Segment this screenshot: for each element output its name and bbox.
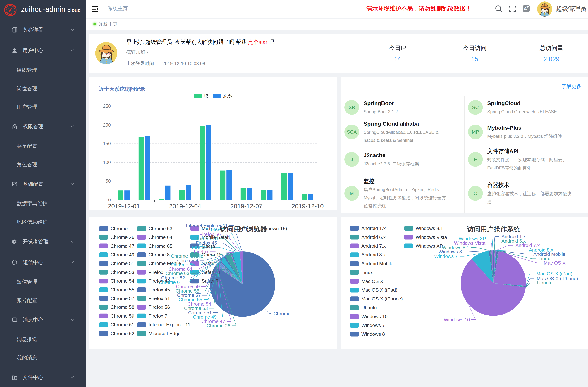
svg-text:Windows 8: Windows 8 (361, 331, 385, 337)
svg-text:150: 150 (103, 141, 111, 146)
svg-text:200: 200 (103, 122, 111, 127)
svg-text:Windows XP: Windows XP (416, 243, 443, 249)
svg-text:Android 6.x: Android 6.x (361, 234, 386, 240)
svg-text:Windows 8.1: Windows 8.1 (416, 225, 443, 231)
svg-text:Firefox 56: Firefox 56 (148, 304, 170, 310)
svg-text:Windows 7: Windows 7 (361, 323, 385, 328)
svg-text:Windows 10: Windows 10 (361, 314, 388, 319)
svg-text:Windows 7: Windows 7 (434, 253, 458, 259)
svg-text:Firefox 7: Firefox 7 (148, 313, 167, 319)
svg-text:50: 50 (105, 178, 111, 183)
svg-text:Chrome 58: Chrome 58 (110, 304, 134, 310)
svg-text:Chrome 54: Chrome 54 (110, 278, 134, 284)
svg-text:Mac OS X: Mac OS X (361, 279, 383, 284)
svg-text:Chrome 26: Chrome 26 (207, 323, 230, 328)
svg-text:Chrome: Chrome (110, 226, 127, 231)
svg-text:Windows Vista: Windows Vista (416, 234, 447, 240)
svg-text:您: 您 (204, 93, 209, 99)
svg-text:Ubuntu: Ubuntu (361, 305, 377, 310)
svg-text:Firefox: Firefox (148, 269, 163, 275)
svg-text:Chrome 63: Chrome 63 (148, 226, 172, 231)
svg-text:Chrome 26: Chrome 26 (110, 234, 134, 240)
svg-text:Chrome 59: Chrome 59 (110, 313, 134, 319)
svg-text:Z: Z (8, 6, 13, 14)
svg-text:Chrome 65: Chrome 65 (148, 243, 172, 249)
svg-text:文: 文 (526, 5, 529, 9)
svg-text:Chrome 64: Chrome 64 (148, 234, 172, 240)
svg-text:访问用户操作系统: 访问用户操作系统 (467, 225, 521, 233)
svg-text:Chrome: Chrome (273, 311, 291, 316)
svg-text:Chrome 62: Chrome 62 (110, 331, 134, 336)
svg-text:Chrome 49: Chrome 49 (110, 252, 134, 258)
svg-text:2019-12-10: 2019-12-10 (292, 203, 324, 209)
svg-text:Microsoft Edge: Microsoft Edge (148, 331, 181, 336)
svg-text:Android Mobile: Android Mobile (361, 261, 393, 266)
svg-text:Firefox 45: Firefox 45 (148, 287, 170, 293)
svg-text:Chrome 53: Chrome 53 (110, 269, 134, 275)
svg-text:Chrome 61: Chrome 61 (110, 322, 134, 327)
svg-text:Windows 10: Windows 10 (444, 317, 470, 323)
svg-text:访问用户浏览器: 访问用户浏览器 (220, 225, 267, 233)
svg-text:250: 250 (103, 103, 111, 109)
svg-text:Safari 9: Safari 9 (202, 278, 218, 284)
svg-text:Linux: Linux (361, 270, 373, 275)
svg-text:Mac OS X (iPhone): Mac OS X (iPhone) (361, 296, 403, 302)
svg-text:2019-12-01: 2019-12-01 (108, 203, 140, 209)
svg-text:Android 8.x: Android 8.x (361, 252, 386, 258)
svg-text:Mac OS X (iPad): Mac OS X (iPad) (361, 287, 397, 293)
svg-text:Chrome 57: Chrome 57 (110, 296, 134, 301)
svg-text:Chrome 8: Chrome 8 (148, 252, 170, 258)
svg-text:Internet Explorer 11: Internet Explorer 11 (148, 322, 190, 327)
svg-text:近十天系统访问记录: 近十天系统访问记录 (99, 86, 146, 92)
svg-text:Chrome 47: Chrome 47 (110, 243, 134, 249)
svg-text:100: 100 (103, 160, 111, 165)
svg-text:Chrome 51: Chrome 51 (110, 261, 134, 266)
svg-text:Firefox 51: Firefox 51 (148, 296, 170, 301)
svg-text:Android 1.x: Android 1.x (361, 225, 386, 231)
svg-text:总数: 总数 (223, 93, 233, 99)
svg-text:Mac OS X: Mac OS X (544, 260, 566, 266)
svg-text:2019-12-07: 2019-12-07 (230, 203, 262, 209)
svg-text:Chrome 55: Chrome 55 (110, 287, 134, 293)
svg-text:Ubuntu: Ubuntu (537, 280, 553, 285)
svg-text:2019-12-04: 2019-12-04 (169, 203, 201, 209)
svg-text:0: 0 (108, 197, 111, 202)
svg-text:Android 7.x: Android 7.x (361, 243, 386, 249)
